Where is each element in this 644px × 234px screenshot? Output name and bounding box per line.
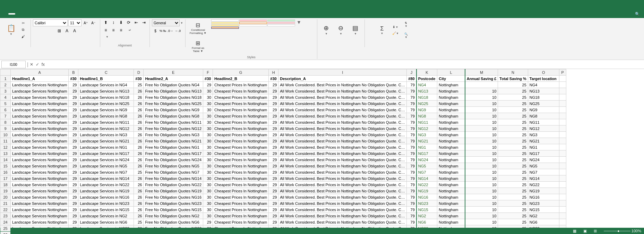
cell-B-11[interactable]: 29: [69, 138, 78, 144]
cell-A-21[interactable]: Landscape Services Nottingham: [11, 200, 69, 207]
cell-E-14[interactable]: Free No Obligation Quotes NG24: [144, 157, 203, 163]
font-color-button[interactable]: A: [71, 28, 78, 34]
cell-I-16[interactable]: All Work Considered. Best Prices in Nott…: [278, 169, 407, 175]
row-num-15[interactable]: 15: [0, 163, 11, 169]
cell-P-18[interactable]: [559, 182, 566, 188]
cell-L-23[interactable]: Nottingham: [437, 213, 465, 219]
row-num-6[interactable]: 6: [0, 107, 11, 113]
confirm-formula-button[interactable]: ✓: [36, 62, 39, 67]
sort-filter-button[interactable]: ⇅ ▼: [401, 19, 411, 30]
cell-D-18[interactable]: 26: [134, 182, 144, 188]
cell-I1[interactable]: Description_A: [278, 76, 407, 82]
cell-K-19[interactable]: NG19: [417, 188, 437, 194]
menu-bing-ads[interactable]: [71, 13, 78, 15]
cell-A-5[interactable]: Landscape Services Nottingham: [11, 101, 69, 107]
cell-O-24[interactable]: NG6: [528, 219, 559, 225]
cell-N-15[interactable]: 25: [498, 163, 528, 169]
cell-H-10[interactable]: 29: [269, 132, 278, 138]
cell-P-10[interactable]: [559, 132, 566, 138]
cell-H-8[interactable]: 29: [269, 119, 278, 125]
cell-I-14[interactable]: All Work Considered. Best Prices in Nott…: [278, 157, 407, 163]
cell-A-7[interactable]: Landscape Services Nottingham: [11, 113, 69, 119]
cell-O-10[interactable]: NG3: [528, 132, 559, 138]
cell-C-8[interactable]: Landscape Services in NG11: [78, 119, 134, 125]
cell-A-8[interactable]: Landscape Services Nottingham: [11, 119, 69, 125]
cell-F-15[interactable]: 30: [203, 163, 213, 169]
cell-O-18[interactable]: NG22: [528, 182, 559, 188]
align-middle-button[interactable]: ↕: [110, 19, 117, 26]
cell-A-16[interactable]: Landscape Services Nottingham: [11, 169, 69, 175]
cell-G-2[interactable]: Cheapest Prices In Nottingham: [213, 82, 269, 88]
cell-G-15[interactable]: Cheapest Prices In Nottingham: [213, 163, 269, 169]
cell-B-15[interactable]: 29: [69, 163, 78, 169]
cell-I-6[interactable]: All Work Considered. Best Prices in Nott…: [278, 107, 407, 113]
cell-N-8[interactable]: 25: [498, 119, 528, 125]
cell-L-4[interactable]: Nottingham: [437, 94, 465, 101]
cell-I-11[interactable]: All Work Considered. Best Prices in Nott…: [278, 138, 407, 144]
cell-E-9[interactable]: Free No Obligation Quotes NG12: [144, 125, 203, 132]
formula-input[interactable]: [46, 61, 643, 68]
format-as-table-button[interactable]: ⊞ Format as Table ▼: [188, 37, 208, 55]
cell-N-4[interactable]: 25: [498, 94, 528, 101]
cell-M-8[interactable]: 10: [465, 119, 498, 125]
cell-M-2[interactable]: [465, 82, 498, 88]
cell-J-21[interactable]: 79: [407, 200, 417, 207]
cell-K-9[interactable]: NG12: [417, 125, 437, 132]
cell-A1[interactable]: Headline1_A: [11, 76, 69, 82]
cell-I-4[interactable]: All Work Considered. Best Prices in Nott…: [278, 94, 407, 101]
cell-N-19[interactable]: 25: [498, 188, 528, 194]
cell-B-6[interactable]: 29: [69, 107, 78, 113]
cell-O-5[interactable]: NG25: [528, 101, 559, 107]
cell-C-24[interactable]: Landscape Services in NG6: [78, 219, 134, 225]
cell-K-3[interactable]: NG13: [417, 88, 437, 94]
cell-P-2[interactable]: [559, 82, 566, 88]
decrease-decimal-button[interactable]: ←.0: [174, 28, 181, 34]
menu-page-layout[interactable]: [29, 13, 36, 15]
cell-E-10[interactable]: Free No Obligation Quotes NG3: [144, 132, 203, 138]
cell-K-15[interactable]: NG5: [417, 163, 437, 169]
cell-C-4[interactable]: Landscape Services in NG18: [78, 94, 134, 101]
indent-increase-button[interactable]: ⇥: [140, 19, 147, 26]
cell-A-12[interactable]: Landscape Services Nottingham: [11, 144, 69, 150]
row-num-17[interactable]: 17: [0, 175, 11, 182]
border-button[interactable]: ⊞: [56, 28, 63, 34]
row-num-22[interactable]: 22: [0, 207, 11, 213]
cell-L-14[interactable]: Nottingham: [437, 157, 465, 163]
cell-J1[interactable]: #80: [407, 76, 417, 82]
cell-C-23[interactable]: Landscape Services in NG2: [78, 213, 134, 219]
col-header-K[interactable]: K: [417, 69, 437, 76]
merge-dropdown-arrow[interactable]: ▼: [106, 35, 109, 38]
cell-B1[interactable]: #30: [69, 76, 78, 82]
cell-M-7[interactable]: 10: [465, 113, 498, 119]
cell-L-10[interactable]: Nottingham: [437, 132, 465, 138]
cell-A-18[interactable]: Landscape Services Nottingham: [11, 182, 69, 188]
cell-F-23[interactable]: 30: [203, 213, 213, 219]
cell-P-21[interactable]: [559, 200, 566, 207]
increase-font-button[interactable]: A⁺: [82, 20, 89, 26]
cell-L-9[interactable]: Nottingham: [437, 125, 465, 132]
cell-L-24[interactable]: Nottingham: [437, 219, 465, 225]
cell-K-4[interactable]: NG18: [417, 94, 437, 101]
cell-P-24[interactable]: [559, 219, 566, 225]
cell-G-12[interactable]: Cheapest Prices In Nottingham: [213, 144, 269, 150]
cell-C-5[interactable]: Landscape Services in NG25: [78, 101, 134, 107]
row-num-4[interactable]: 4: [0, 94, 11, 101]
format-button[interactable]: ▤ ▼: [349, 19, 362, 40]
cell-I-15[interactable]: All Work Considered. Best Prices in Nott…: [278, 163, 407, 169]
view-normal-button[interactable]: ▦: [573, 229, 576, 233]
cell-L-20[interactable]: Nottingham: [437, 194, 465, 200]
cell-K-16[interactable]: NG7: [417, 169, 437, 175]
cell-O-23[interactable]: NG2: [528, 213, 559, 219]
cell-A-24[interactable]: Landscape Services Nottingham: [11, 219, 69, 225]
cell-K-18[interactable]: NG22: [417, 182, 437, 188]
insert-function-button[interactable]: fx: [42, 62, 45, 67]
cell-I-13[interactable]: All Work Considered. Best Prices in Nott…: [278, 150, 407, 157]
cell-E-2[interactable]: Free No Obligation Quotes NG4: [144, 82, 203, 88]
row-num-8[interactable]: 8: [0, 119, 11, 125]
cell-J-13[interactable]: 79: [407, 150, 417, 157]
cell-H-7[interactable]: 29: [269, 113, 278, 119]
cell-B-10[interactable]: 29: [69, 132, 78, 138]
col-header-L[interactable]: L: [437, 69, 465, 76]
cell-D-9[interactable]: 26: [134, 125, 144, 132]
cell-D-3[interactable]: 26: [134, 88, 144, 94]
